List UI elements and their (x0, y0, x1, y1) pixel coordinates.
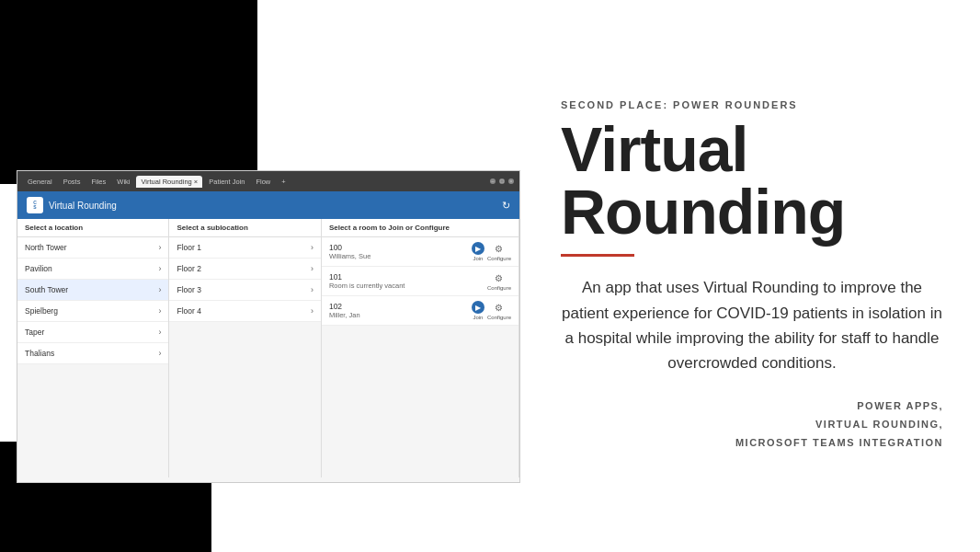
sublocations-column: Floor 1 › Floor 2 › Floor 3 › Floor 4 › (169, 237, 321, 477)
app-logo: CS (27, 197, 43, 213)
tab-virtual-rounding[interactable]: Virtual Rounding × (136, 176, 202, 188)
join-icon: ▶ (472, 301, 484, 314)
location-pavilion: Pavilion (25, 264, 52, 273)
location-south-tower: South Tower (25, 285, 68, 294)
chevron-icon: › (158, 306, 161, 316)
list-item[interactable]: Floor 2 › (169, 259, 320, 280)
list-item[interactable]: Floor 1 › (169, 237, 320, 259)
configure-btn[interactable]: ⚙ Configure (487, 271, 511, 291)
room-info: 102 Miller, Jan (329, 302, 472, 319)
room-vacant: Room is currently vacant (329, 282, 487, 290)
join-label: Join (473, 256, 483, 261)
location-north-tower: North Tower (25, 243, 67, 252)
join-btn[interactable]: ▶ Join (472, 301, 484, 320)
rooms-column: 100 Williams, Sue ▶ Join ⚙ Configure (322, 237, 519, 477)
chevron-icon: › (311, 243, 313, 252)
room-actions: ▶ Join ⚙ Configure (472, 301, 511, 320)
list-item[interactable]: Floor 3 › (169, 280, 320, 301)
room-number: 100 (329, 243, 472, 252)
configure-label: Configure (487, 315, 511, 320)
teams-controls: − □ × (490, 178, 514, 184)
col-header-sublocation: Select a sublocation (169, 219, 321, 236)
room-patient: Williams, Sue (329, 252, 472, 260)
app-content: CS Virtual Rounding ↻ Select a location … (17, 191, 519, 482)
location-spielberg: Spielberg (25, 306, 58, 316)
sublocation-floor1: Floor 1 (177, 243, 200, 252)
app-screenshot: General Posts Files Wiki Virtual Roundin… (17, 170, 520, 483)
tab-general[interactable]: General (23, 176, 57, 188)
chevron-icon: › (311, 285, 313, 294)
chevron-icon: › (311, 264, 313, 273)
configure-btn[interactable]: ⚙ Configure (487, 301, 511, 320)
sublocation-floor4: Floor 4 (177, 306, 200, 316)
join-icon: ▶ (472, 242, 484, 255)
room-item: 102 Miller, Jan ▶ Join ⚙ Configure (322, 296, 518, 326)
ctrl-close[interactable]: × (508, 178, 514, 184)
tab-add[interactable]: + (277, 176, 290, 188)
teams-tabs: General Posts Files Wiki Virtual Roundin… (23, 176, 486, 188)
tab-posts[interactable]: Posts (59, 176, 85, 188)
configure-label: Configure (487, 285, 511, 291)
column-headers: Select a location Select a sublocation S… (17, 219, 519, 237)
join-label: Join (473, 315, 483, 320)
app-title-text: Virtual Rounding (49, 201, 496, 211)
configure-btn[interactable]: ⚙ Configure (487, 242, 511, 261)
list-item[interactable]: Thalians › (17, 343, 168, 364)
subtitle: SECOND PLACE: POWER ROUNDERS (561, 99, 943, 110)
chevron-icon: › (158, 264, 161, 273)
list-item-selected[interactable]: South Tower › (17, 280, 168, 301)
chevron-icon: › (311, 306, 313, 316)
app-header: CS Virtual Rounding ↻ (17, 191, 519, 219)
tab-wiki[interactable]: Wiki (112, 176, 134, 188)
ctrl-minimize[interactable]: − (490, 178, 496, 184)
configure-icon: ⚙ (493, 242, 506, 255)
description-text: An app that uses Virtual Rounding to imp… (561, 275, 943, 375)
tag-2: VIRTUAL ROUNDING, (561, 416, 943, 434)
teams-topbar: General Posts Files Wiki Virtual Roundin… (17, 171, 519, 191)
list-item[interactable]: Taper › (17, 322, 168, 343)
room-actions: ⚙ Configure (487, 271, 511, 291)
room-number: 102 (329, 302, 472, 311)
location-thalians: Thalians (25, 349, 54, 358)
room-item: 100 Williams, Sue ▶ Join ⚙ Configure (322, 237, 518, 267)
tab-patient-join[interactable]: Patient Join (204, 176, 249, 188)
list-item[interactable]: North Tower › (17, 237, 168, 259)
col-header-room: Select a room to Join or Configure (322, 219, 519, 236)
room-info: 101 Room is currently vacant (329, 272, 487, 290)
sublocation-floor3: Floor 3 (177, 285, 200, 294)
chevron-icon: › (158, 328, 161, 337)
room-info: 100 Williams, Sue (329, 243, 472, 260)
configure-label: Configure (487, 256, 511, 261)
room-actions: ▶ Join ⚙ Configure (472, 242, 511, 261)
room-patient: Miller, Jan (329, 311, 472, 319)
locations-column: North Tower › Pavilion › South Tower › S… (17, 237, 169, 477)
right-panel: SECOND PLACE: POWER ROUNDERS Virtual Rou… (533, 0, 980, 552)
location-taper: Taper (25, 328, 44, 337)
join-btn[interactable]: ▶ Join (472, 242, 484, 261)
orange-divider (561, 254, 634, 257)
col-header-location: Select a location (17, 219, 169, 236)
tab-flow[interactable]: Flow (251, 176, 275, 188)
configure-icon: ⚙ (493, 271, 506, 284)
ctrl-maximize[interactable]: □ (499, 178, 505, 184)
chevron-icon: › (158, 243, 161, 252)
chevron-icon: › (158, 285, 161, 294)
tag-3: MICROSOFT TEAMS INTEGRATION (561, 434, 943, 453)
tab-files[interactable]: Files (86, 176, 110, 188)
refresh-icon[interactable]: ↻ (502, 200, 510, 212)
list-item[interactable]: Pavilion › (17, 259, 168, 280)
black-corner-top (0, 0, 257, 184)
main-title: Virtual Rounding (561, 118, 943, 243)
list-item[interactable]: Spielberg › (17, 301, 168, 322)
configure-icon: ⚙ (493, 301, 506, 314)
sublocation-floor2: Floor 2 (177, 264, 200, 273)
room-item: 101 Room is currently vacant ⚙ Configure (322, 267, 518, 296)
three-columns: North Tower › Pavilion › South Tower › S… (17, 237, 519, 477)
left-panel: General Posts Files Wiki Virtual Roundin… (0, 0, 533, 552)
tag-1: POWER APPS, (561, 397, 943, 416)
chevron-icon: › (158, 349, 161, 358)
room-number: 101 (329, 272, 487, 282)
list-item[interactable]: Floor 4 › (169, 301, 320, 322)
tags: POWER APPS, VIRTUAL ROUNDING, MICROSOFT … (561, 397, 943, 452)
